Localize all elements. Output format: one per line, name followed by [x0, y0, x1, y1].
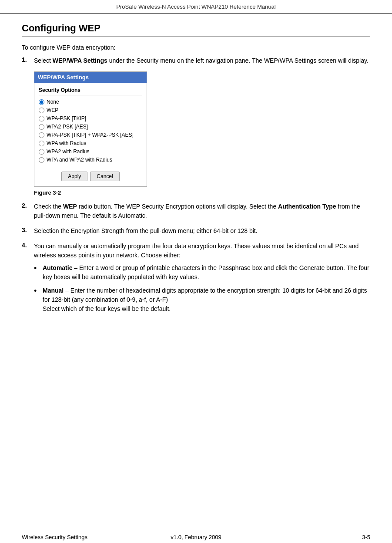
bullet-list: • Automatic – Enter a word or group of p… — [34, 263, 370, 314]
radio-none[interactable]: None — [39, 99, 142, 105]
wep-panel-wrapper: WEP/WPA Settings Security Options None W… — [34, 71, 370, 187]
radio-wpa-radius-label: WPA with Radius — [47, 140, 86, 146]
step-2-bold2: Authentication Type — [278, 203, 336, 210]
bullet-dot-1: • — [34, 263, 43, 273]
wep-panel-title: WEP/WPA Settings — [34, 72, 147, 83]
radio-wpa-wpa2-radius-label: WPA and WPA2 with Radius — [47, 157, 112, 163]
bullet-manual-rest: – Enter the number of hexadecimal digits… — [43, 287, 367, 312]
bullet-manual: • Manual – Enter the number of hexadecim… — [34, 286, 370, 314]
page-content: Configuring WEP To configure WEP data en… — [0, 14, 392, 350]
bullet-automatic: • Automatic – Enter a word or group of p… — [34, 263, 370, 282]
page-header: ProSafe Wireless-N Access Point WNAP210 … — [0, 0, 392, 14]
step-4: 4. You can manually or automatically pro… — [22, 242, 370, 318]
step-3-number: 3. — [22, 226, 34, 233]
radio-wpa-wpa2-radius[interactable]: WPA and WPA2 with Radius — [39, 157, 142, 163]
step-4-number: 4. — [22, 242, 34, 249]
security-options-label: Security Options — [39, 87, 142, 95]
step-2-number: 2. — [22, 202, 34, 209]
step-1-number: 1. — [22, 56, 34, 63]
bullet-automatic-rest: – Enter a word or group of printable cha… — [43, 264, 369, 280]
step-1-bold: WEP/WPA Settings — [53, 57, 107, 64]
apply-button[interactable]: Apply — [61, 172, 87, 181]
radio-wpa2-radius-label: WPA2 with Radius — [47, 148, 89, 155]
step-1-text-after: under the Security menu on the left navi… — [107, 57, 369, 64]
radio-wpa-psk-wpa2-psk-label: WPA-PSK [TKIP] + WPA2-PSK [AES] — [47, 132, 134, 138]
wep-panel: WEP/WPA Settings Security Options None W… — [34, 71, 147, 187]
footer-left: Wireless Security Settings — [22, 534, 87, 540]
step-4-text: You can manually or automatically progra… — [34, 243, 358, 259]
radio-wep[interactable]: WEP — [39, 107, 142, 113]
step-3-text: Selection the Encryption Strength from t… — [34, 226, 370, 236]
bullet-manual-bold: Manual — [43, 287, 64, 294]
step-3: 3. Selection the Encryption Strength fro… — [22, 226, 370, 236]
bullet-automatic-text: Automatic – Enter a word or group of pri… — [43, 263, 370, 282]
figure-label: Figure 3-2 — [34, 189, 370, 196]
step-2-bold: WEP — [63, 203, 77, 210]
intro-text: To configure WEP data encryption: — [22, 44, 370, 51]
step-2-text: Check the WEP radio button. The WEP Secu… — [34, 202, 370, 220]
radio-wpa-psk-tkip[interactable]: WPA-PSK [TKIP] — [39, 115, 142, 121]
bullet-automatic-bold: Automatic — [43, 264, 72, 271]
page-footer: Wireless Security Settings v1.0, Februar… — [0, 531, 392, 543]
wep-panel-body: Security Options None WEP WPA-PSK [TKIP]… — [34, 83, 147, 186]
step-2-text-after: radio button. The WEP Security Encryptio… — [77, 203, 278, 210]
panel-buttons: Apply Cancel — [39, 169, 142, 181]
step-2-text-before: Check the — [34, 203, 63, 210]
radio-wpa-psk-wpa2-psk[interactable]: WPA-PSK [TKIP] + WPA2-PSK [AES] — [39, 132, 142, 138]
step-1: 1. Select WEP/WPA Settings under the Sec… — [22, 56, 370, 65]
step-1-text-before: Select — [34, 57, 53, 64]
radio-wpa2-psk-aes-label: WPA2-PSK [AES] — [47, 124, 88, 130]
bullet-manual-text: Manual – Enter the number of hexadecimal… — [43, 286, 370, 314]
step-2: 2. Check the WEP radio button. The WEP S… — [22, 202, 370, 220]
cancel-button[interactable]: Cancel — [90, 172, 119, 181]
radio-wep-label: WEP — [47, 107, 58, 113]
radio-wpa-psk-tkip-label: WPA-PSK [TKIP] — [47, 115, 86, 121]
step-4-col: You can manually or automatically progra… — [34, 242, 370, 318]
footer-center: v1.0, February 2009 — [171, 534, 221, 540]
radio-wpa2-radius[interactable]: WPA2 with Radius — [39, 148, 142, 155]
header-title: ProSafe Wireless-N Access Point WNAP210 … — [116, 3, 275, 10]
step-1-text: Select WEP/WPA Settings under the Securi… — [34, 56, 370, 65]
radio-wpa2-psk-aes[interactable]: WPA2-PSK [AES] — [39, 124, 142, 130]
footer-right: 3-5 — [362, 534, 370, 540]
radio-none-label: None — [47, 99, 59, 105]
radio-wpa-radius[interactable]: WPA with Radius — [39, 140, 142, 146]
section-title: Configuring WEP — [22, 23, 370, 37]
bullet-dot-2: • — [34, 286, 43, 296]
